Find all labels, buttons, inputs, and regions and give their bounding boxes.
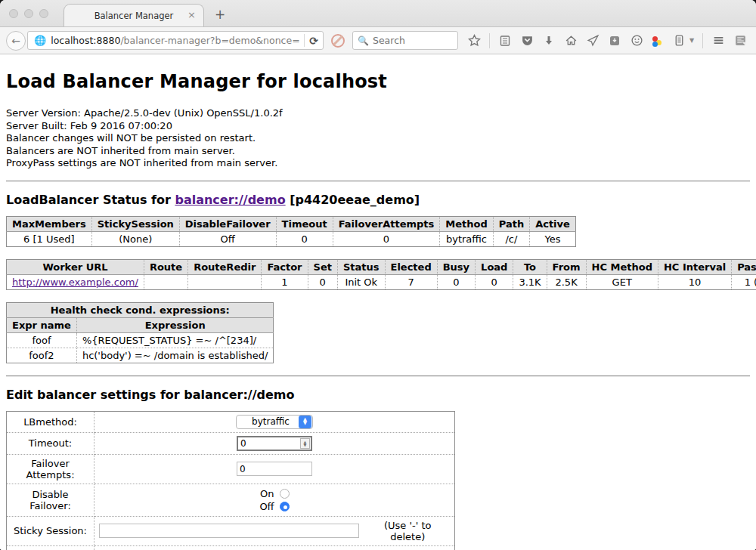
url-domain: localhost:8880 (51, 35, 120, 46)
balancer-demo-link[interactable]: balancer://demo (175, 193, 285, 207)
cell-failoverattempts: 0 (333, 231, 440, 246)
cell-expr-name: foof2 (7, 348, 77, 363)
proxypass-note-line: ProxyPass settings are NOT inherited fro… (6, 157, 750, 170)
health-table-title: Health check cond. expressions: (7, 302, 274, 317)
cell-routeredir (188, 274, 262, 289)
tab-close-icon[interactable]: × (187, 9, 196, 20)
col-active: Active (530, 216, 576, 231)
timeout-label: Timeout: (7, 432, 94, 454)
col-to: To (513, 259, 547, 274)
extension-colordots-icon[interactable] (652, 35, 664, 47)
reload-button[interactable]: ⟳ (309, 35, 318, 47)
loadbalancer-status-heading: LoadBalancer Status for balancer://demo … (6, 193, 750, 207)
pocket-icon[interactable] (520, 34, 534, 48)
urlbar-divider (304, 34, 305, 47)
divider (6, 181, 750, 182)
col-factor: Factor (262, 259, 308, 274)
lbmethod-select[interactable]: bytraffic ▲▼ (236, 415, 313, 429)
col-stickysession: StickySession (91, 216, 179, 231)
server-built-line: Server Built: Feb 9 2016 07:00:20 (6, 120, 750, 133)
back-button[interactable]: ← (6, 31, 26, 51)
col-busy: Busy (437, 259, 475, 274)
cell-elected: 7 (385, 274, 437, 289)
divider (6, 375, 750, 377)
col-from: From (547, 259, 586, 274)
tab-title: Balancer Manager (94, 11, 174, 21)
col-hc-interval: HC Interval (658, 259, 731, 274)
cell-passes: 1 (0) (732, 274, 756, 289)
chevron-down-icon[interactable]: ▼ (689, 37, 694, 44)
balancer-status-table: MaxMembers StickySession DisableFailover… (6, 216, 576, 247)
timeout-input[interactable] (238, 438, 300, 449)
cell-disablefailover: Off (179, 231, 276, 246)
timeout-row: Timeout: ▲▼ (7, 432, 455, 454)
edit-balancer-heading: Edit balancer settings for balancer://de… (6, 388, 750, 402)
persist-note-line: Balancer changes will NOT be persisted o… (6, 132, 750, 145)
url-path: /balancer-manager?b=demo&nonce=decc37be-… (120, 35, 299, 46)
col-timeout: Timeout (276, 216, 333, 231)
tab-balancer-manager[interactable]: Balancer Manager × (64, 4, 204, 26)
health-check-table: Health check cond. expressions: Expr nam… (6, 302, 274, 363)
send-tab-icon[interactable] (586, 34, 600, 48)
home-icon[interactable] (564, 34, 578, 48)
cell-path: /c/ (493, 231, 529, 246)
disable-failover-off-radio[interactable] (280, 502, 290, 511)
number-spinner-icon[interactable]: ▲▼ (300, 438, 310, 449)
toolbar-separator (702, 33, 703, 48)
col-path: Path (493, 216, 529, 231)
cell-expression: %{REQUEST_STATUS} =~ /^[234]/ (76, 332, 274, 348)
col-disablefailover: DisableFailover (179, 216, 276, 231)
sticky-session-input[interactable] (99, 524, 359, 538)
menu-hamburger-icon[interactable] (711, 34, 725, 48)
cell-hc-method: GET (586, 274, 658, 289)
cell-timeout: 0 (276, 231, 333, 246)
new-tab-button[interactable]: + (215, 7, 225, 22)
grid-extension-icon[interactable] (733, 34, 747, 48)
cell-to: 3.1K (513, 274, 547, 289)
add-worker-label: Add New Worker: (7, 545, 94, 550)
table-header-row: MaxMembers StickySession DisableFailover… (7, 216, 576, 231)
disable-failover-row: Disable Failover: On Off (7, 484, 455, 516)
failover-attempts-label: Failover Attempts: (7, 454, 94, 484)
timeout-field-wrap: ▲▼ (237, 436, 312, 451)
cell-factor: 1 (262, 274, 308, 289)
feedback-smiley-icon[interactable] (630, 34, 643, 48)
server-version-line: Server Version: Apache/2.5.0-dev (Unix) … (6, 107, 750, 120)
content-blocked-icon[interactable] (331, 34, 345, 48)
url-bar[interactable]: 🌐 localhost:8880/balancer-manager?b=demo… (27, 31, 324, 50)
failover-attempts-input[interactable] (237, 462, 312, 476)
cell-set: 0 (308, 274, 337, 289)
col-maxmembers: MaxMembers (7, 216, 92, 231)
downloads-icon[interactable] (542, 34, 556, 48)
table-header-row: Expr name Expression (7, 317, 274, 332)
cell-expression: hc('body') =~ /domain is established/ (76, 348, 274, 363)
col-expr-name: Expr name (7, 317, 77, 332)
lbmethod-row: LBmethod: bytraffic ▲▼ (7, 411, 455, 432)
search-bar: 🔍 (352, 31, 458, 50)
search-icon: 🔍 (358, 36, 369, 46)
reading-list-icon[interactable] (498, 34, 512, 48)
url-text: localhost:8880/balancer-manager?b=demo&n… (51, 35, 299, 46)
search-input[interactable] (373, 35, 448, 46)
close-window-button[interactable] (9, 9, 18, 18)
status-heading-prefix: LoadBalancer Status for (6, 193, 175, 207)
sticky-session-label: Sticky Session: (7, 516, 94, 545)
disable-failover-on-radio[interactable] (280, 489, 290, 499)
container-extension-icon[interactable] (672, 34, 686, 48)
inherit-note-line: Balancers are NOT inherited from main se… (6, 145, 750, 158)
save-page-icon[interactable] (608, 34, 621, 48)
cell-expr-name: foof (7, 332, 77, 348)
col-hc-method: HC Method (586, 259, 658, 274)
add-worker-row: Add New Worker: Are you sure? (7, 545, 455, 550)
bookmark-star-icon[interactable] (467, 34, 481, 48)
browser-window: Balancer Manager × + ← 🌐 localhost:8880/… (0, 0, 756, 550)
worker-status-table: Worker URL Route RouteRedir Factor Set S… (6, 259, 756, 290)
cell-worker-url: http://www.example.com/ (7, 274, 144, 289)
failover-attempts-row: Failover Attempts: (7, 454, 455, 484)
disable-failover-label: Disable Failover: (7, 484, 94, 516)
col-worker-url: Worker URL (7, 259, 144, 274)
minimize-window-button[interactable] (24, 9, 33, 18)
worker-url-link[interactable]: http://www.example.com/ (12, 277, 138, 288)
cell-active: Yes (530, 231, 576, 246)
zoom-window-button[interactable] (39, 9, 48, 18)
